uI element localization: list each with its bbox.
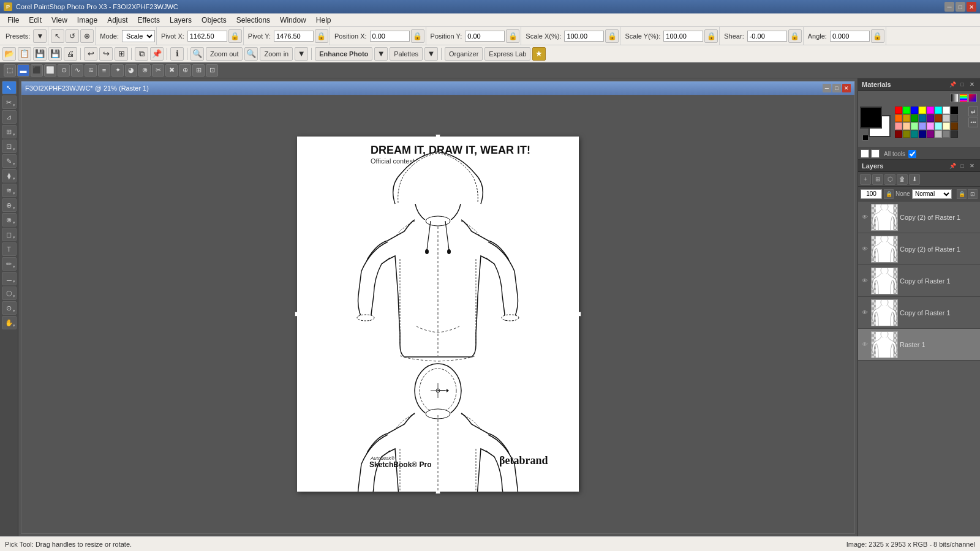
learning-center-btn[interactable]: ★ [532,47,546,61]
swatch-dark-brown[interactable] [951,122,958,130]
hue-swatch[interactable] [959,94,968,102]
maximize-button[interactable]: □ [956,2,965,12]
organizer-btn[interactable]: Organizer [445,47,483,61]
layer-item[interactable]: 👁 Raster 1 [858,329,980,361]
swatch-light-green[interactable] [911,122,918,130]
tb3-ellipse-btn[interactable]: ⬛ [31,64,43,77]
swatch-blue[interactable] [911,107,918,114]
zoom-out-btn[interactable]: Zoom out [206,47,243,61]
swatch-cream[interactable] [943,122,950,130]
layers-close-btn[interactable]: ✕ [968,162,976,170]
swatch-dark-gray[interactable] [951,114,958,122]
eraser-btn[interactable]: ◻▾ [2,228,17,241]
enhance-photo-btn[interactable]: Enhance Photo [315,47,372,61]
layer-eye-btn[interactable]: 👁 [861,277,869,285]
swatch-gray[interactable] [943,130,950,138]
null-color-btn2[interactable] [871,149,880,158]
clone-tool-btn[interactable]: ⊞▾ [2,125,17,138]
tb3-grow-btn[interactable]: ≋ [85,64,97,77]
pos-x-lock[interactable]: 🔒 [411,29,424,43]
layer-eye-btn[interactable]: 👁 [861,309,869,317]
blend-mode-select[interactable]: Normal Multiply Screen Overlay [912,189,952,199]
swatch-dark-teal[interactable] [911,130,918,138]
menu-item-help[interactable]: Help [311,15,336,26]
all-tools-checkbox[interactable] [908,150,916,158]
tb3-custom-btn[interactable]: ⬜ [44,64,56,77]
swatch-navy[interactable] [919,130,926,138]
pick-tool-btn[interactable]: ↖ [2,81,17,94]
palettes-btn[interactable]: Palettes [390,47,423,61]
canvas-close-btn[interactable]: ✕ [842,84,851,92]
layer-item[interactable]: 👁 Copy (2) of Raster 1 [858,233,980,265]
menu-item-file[interactable]: File [2,15,24,26]
zoom-in-icon[interactable]: 🔍 [244,47,258,61]
zoom-in-btn[interactable]: Zoom in [260,47,293,61]
layers-pin-btn[interactable]: 📌 [948,162,957,170]
pos-y-input[interactable] [465,31,505,42]
swatch-light-blue[interactable] [919,122,926,130]
print-btn[interactable]: 🖨 [64,47,77,61]
null-color-btn[interactable] [861,149,869,158]
swatch-green[interactable] [903,107,910,114]
layer-item[interactable]: 👁 Copy of Raster 1 [858,297,980,329]
swatch-maroon[interactable] [895,130,902,138]
color-picker-btn[interactable]: ⊙▾ [2,301,17,315]
layers-panel-controls[interactable]: 📌 □ ✕ [948,162,976,170]
pan-btn[interactable]: ✋▾ [2,316,17,329]
swatch-silver[interactable] [935,130,942,138]
reset-colors-btn[interactable] [862,135,869,141]
materials-panel-controls[interactable]: 📌 □ ✕ [948,80,976,89]
tb3-hue-btn[interactable]: ◕ [125,64,137,77]
paste-btn[interactable]: 📌 [150,47,164,61]
pivot-y-lock[interactable]: 🔒 [315,29,328,43]
layer-eye-btn[interactable]: 👁 [861,340,869,349]
new-vector-layer-btn[interactable]: ⬡ [884,174,895,185]
flood-fill-btn[interactable]: ⧫▾ [2,169,17,182]
new-layer-btn[interactable]: + [860,174,871,185]
undo-btn[interactable]: ↩ [84,47,97,61]
tb3-magic-btn[interactable]: ⊙ [58,64,70,77]
swatch-light-magenta[interactable] [927,122,934,130]
scale-x-lock[interactable]: 🔒 [605,29,619,43]
layer-eye-btn[interactable]: 👁 [861,245,869,253]
enhance-dropdown-btn[interactable]: ▼ [374,47,388,61]
preset-shapes-btn[interactable]: ⬡▾ [2,287,17,300]
pivot-x-lock[interactable]: 🔒 [228,29,242,43]
shear-input[interactable] [747,31,787,42]
swatch-red[interactable] [895,107,902,114]
paint-btn[interactable]: ✎▾ [2,154,17,168]
save-all-btn[interactable]: 💾 [48,47,62,61]
opacity-lock[interactable]: 🔒 [884,189,894,199]
transform-tool-btn[interactable]: ⊕ [80,29,94,43]
angle-input[interactable] [830,31,870,42]
foreground-color[interactable] [860,107,882,129]
image-canvas[interactable]: DREAM IT, DRAW IT, WEAR IT! Official con… [297,137,579,492]
crop-tool-btn[interactable]: ✂▾ [2,96,17,109]
swatch-purple[interactable] [927,114,934,122]
mat-float-btn[interactable]: □ [958,80,967,89]
copy-merged-btn[interactable]: ⧉ [135,47,148,61]
angle-lock[interactable]: 🔒 [871,29,884,43]
express-lab-btn[interactable]: Express Lab [484,47,530,61]
swatch-orange[interactable] [895,114,902,122]
menu-item-view[interactable]: View [47,15,72,26]
swatch-very-dark[interactable] [951,130,958,138]
swatch-brown[interactable] [935,114,942,122]
tb3-eye-btn[interactable]: ⊞ [192,64,205,77]
blend-extra-btn[interactable]: ⊡ [968,189,978,199]
tb3-rect-btn[interactable]: ▬ [17,64,29,77]
scale-y-input[interactable] [663,31,703,42]
clone2-btn[interactable]: ⊗▾ [2,213,17,227]
tb3-paint-btn[interactable]: ✂ [152,64,164,77]
layer-item[interactable]: 👁 Copy of Raster 1 [858,265,980,297]
swatch-olive[interactable] [903,130,910,138]
tb3-misc-btn[interactable]: ⊡ [206,64,218,77]
swatch-light-cyan[interactable] [935,122,942,130]
window-controls[interactable]: ─ □ ✕ [944,2,976,12]
pivot-x-input[interactable] [187,31,227,42]
zoom-dropdown-btn[interactable]: ▼ [295,47,308,61]
pos-y-lock[interactable]: 🔒 [506,29,519,43]
undo-history-btn[interactable]: ⊞ [115,47,128,61]
swatch-white[interactable] [943,107,950,114]
swatch-cyan[interactable] [935,107,942,114]
